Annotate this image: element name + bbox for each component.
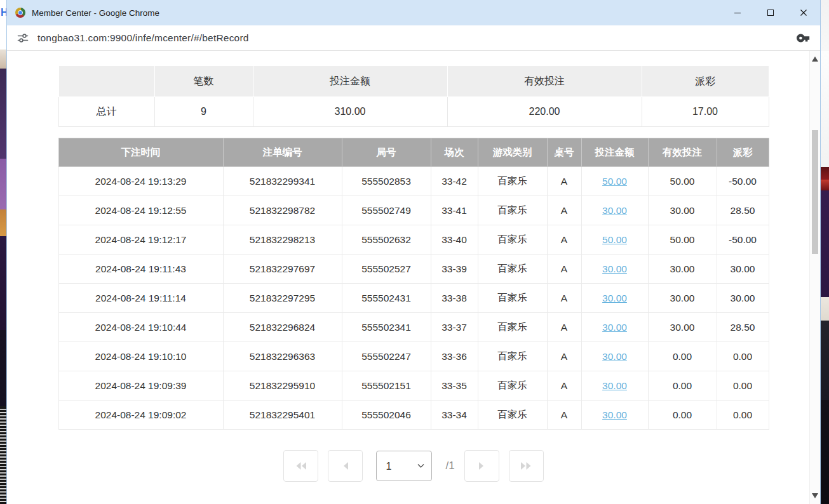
cell-time: 2024-08-24 19:10:44	[58, 313, 223, 342]
col-header-table-no: 桌号	[547, 138, 581, 167]
site-info-icon[interactable]	[17, 32, 29, 44]
double-chevron-right-icon	[520, 461, 532, 470]
summary-header-blank	[58, 66, 154, 97]
cell-payout: -50.00	[717, 225, 769, 255]
summary-total-valid-bet: 220.00	[447, 97, 642, 127]
cell-payout: 30.00	[717, 255, 769, 284]
browser-window: Member Center - Google Chrome	[6, 0, 821, 504]
cell-round-id: 555502527	[342, 255, 431, 284]
table-row: 2024-08-24 19:11:43521832297697555502527…	[58, 255, 769, 284]
cell-table-no: A	[547, 284, 581, 313]
bet-table-body: 2024-08-24 19:13:29521832299341555502853…	[58, 167, 769, 430]
cell-table-no: A	[547, 342, 581, 371]
cell-bet-amount: 30.00	[581, 313, 648, 342]
cell-game-type: 百家乐	[478, 342, 547, 371]
cell-valid-bet: 0.00	[648, 401, 717, 430]
window-title: Member Center - Google Chrome	[32, 8, 159, 18]
cell-valid-bet: 30.00	[648, 284, 717, 313]
bet-amount-link[interactable]: 50.00	[602, 234, 627, 245]
url-text[interactable]: tongbao31.com:9900/infe/mcenter/#/betRec…	[37, 32, 249, 44]
cell-payout: -50.00	[717, 167, 769, 196]
cell-bet-amount: 30.00	[581, 342, 648, 371]
col-header-round-id: 局号	[342, 138, 431, 167]
cell-game-type: 百家乐	[478, 225, 547, 255]
chrome-icon	[15, 8, 25, 18]
cell-bet-id: 521832298213	[223, 225, 342, 255]
cell-time: 2024-08-24 19:09:39	[58, 371, 223, 401]
cell-bet-id: 521832297697	[223, 255, 342, 284]
password-key-icon[interactable]	[797, 31, 811, 45]
bet-amount-link[interactable]: 30.00	[602, 263, 627, 274]
cell-round-id: 555502431	[342, 284, 431, 313]
page-select-wrap: 1	[376, 451, 432, 481]
maximize-icon	[767, 9, 774, 17]
cell-valid-bet: 30.00	[648, 313, 717, 342]
cell-bet-id: 521832299341	[223, 167, 342, 196]
cell-bet-id: 521832296824	[223, 313, 342, 342]
bet-amount-link[interactable]: 30.00	[602, 351, 627, 362]
cell-bet-amount: 30.00	[581, 255, 648, 284]
cell-bet-amount: 30.00	[581, 401, 648, 430]
table-row: 2024-08-24 19:10:44521832296824555502341…	[58, 313, 769, 342]
summary-header-payout: 派彩	[642, 66, 769, 97]
summary-total-count: 9	[154, 97, 253, 127]
cell-bet-amount: 50.00	[581, 225, 648, 255]
double-chevron-left-icon	[295, 461, 307, 470]
page-content: 笔数 投注金额 有效投注 派彩 总计 9 310.00 220.00 17.00	[7, 51, 820, 504]
scroll-up-arrow-icon[interactable]	[812, 56, 818, 62]
close-button[interactable]	[787, 0, 820, 25]
cell-payout: 28.50	[717, 313, 769, 342]
minimize-button[interactable]	[721, 0, 754, 25]
bet-amount-link[interactable]: 30.00	[602, 293, 627, 303]
cell-time: 2024-08-24 19:11:14	[58, 284, 223, 313]
cell-game-type: 百家乐	[478, 196, 547, 225]
cell-session: 33-35	[431, 371, 478, 401]
prev-page-button[interactable]	[328, 450, 363, 482]
bet-amount-link[interactable]: 30.00	[602, 205, 627, 216]
summary-header-row: 笔数 投注金额 有效投注 派彩	[58, 66, 769, 97]
cell-round-id: 555502046	[342, 401, 431, 430]
cell-round-id: 555502151	[342, 371, 431, 401]
cell-session: 33-41	[431, 196, 478, 225]
col-header-bet-amount: 投注金额	[581, 138, 648, 167]
cell-payout: 30.00	[717, 284, 769, 313]
last-page-button[interactable]	[509, 450, 544, 482]
bet-table-header-row: 下注时间 注单编号 局号 场次 游戏类别 桌号 投注金额 有效投注 派彩	[58, 138, 769, 167]
table-row: 2024-08-24 19:09:39521832295910555502151…	[58, 371, 769, 401]
bet-amount-link[interactable]: 50.00	[602, 176, 627, 187]
cell-round-id: 555502341	[342, 313, 431, 342]
cell-bet-amount: 30.00	[581, 196, 648, 225]
cell-bet-amount: 30.00	[581, 284, 648, 313]
background-qr-fragment	[0, 408, 6, 504]
bet-amount-link[interactable]: 30.00	[602, 380, 627, 391]
first-page-button[interactable]	[283, 450, 318, 482]
window-titlebar[interactable]: Member Center - Google Chrome	[7, 0, 820, 25]
scroll-down-arrow-icon[interactable]	[812, 493, 818, 498]
address-bar[interactable]: tongbao31.com:9900/infe/mcenter/#/betRec…	[7, 25, 820, 51]
cell-valid-bet: 50.00	[648, 167, 717, 196]
col-header-bet-id: 注单编号	[223, 138, 342, 167]
bet-amount-link[interactable]: 30.00	[602, 322, 627, 333]
cell-bet-id: 521832295401	[223, 401, 342, 430]
cell-payout: 0.00	[717, 371, 769, 401]
next-page-button[interactable]	[464, 450, 499, 482]
cell-time: 2024-08-24 19:13:29	[58, 167, 223, 196]
col-header-bet-time: 下注时间	[58, 138, 223, 167]
desktop-background-left: H	[0, 0, 6, 504]
maximize-button[interactable]	[754, 0, 787, 25]
bet-record-page: 笔数 投注金额 有效投注 派彩 总计 9 310.00 220.00 17.00	[7, 51, 820, 504]
page-select[interactable]: 1	[377, 451, 431, 481]
bet-amount-link[interactable]: 30.00	[602, 409, 627, 420]
cell-bet-amount: 30.00	[581, 371, 648, 401]
cell-round-id: 555502853	[342, 167, 431, 196]
cell-payout: 0.00	[717, 342, 769, 371]
minimize-icon	[734, 9, 741, 17]
table-row: 2024-08-24 19:09:02521832295401555502046…	[58, 401, 769, 430]
cell-bet-id: 521832296363	[223, 342, 342, 371]
cell-valid-bet: 30.00	[648, 196, 717, 225]
page-total-label: /1	[445, 460, 454, 472]
scrollbar-thumb[interactable]	[812, 130, 818, 254]
scrollbar[interactable]	[809, 51, 820, 504]
table-row: 2024-08-24 19:10:10521832296363555502247…	[58, 342, 769, 371]
cell-table-no: A	[547, 167, 581, 196]
